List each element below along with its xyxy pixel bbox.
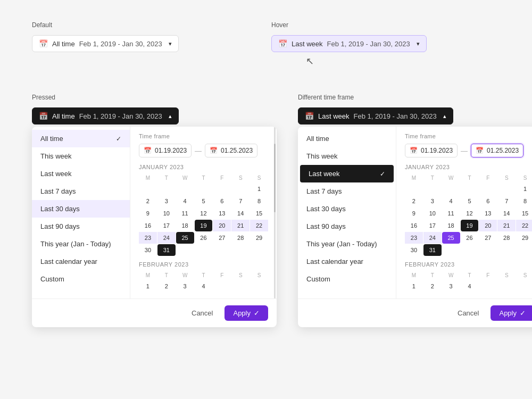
cal-day-30[interactable]: 30 <box>139 244 157 256</box>
cancel-button[interactable]: Cancel <box>186 306 218 320</box>
diff-list-item-custom[interactable]: Custom <box>298 270 396 288</box>
cal-day-12[interactable]: 12 <box>195 207 213 219</box>
start-date-input[interactable]: 📅 01.19.2023 <box>139 144 192 157</box>
diff-cal-day-28[interactable]: 28 <box>497 232 516 244</box>
cal-day-16[interactable]: 16 <box>139 220 157 231</box>
diff-cal-day-29[interactable]: 29 <box>516 232 532 244</box>
diff-picker-button[interactable]: 📅 Last week Feb 1, 2019 - Jan 30, 2023 ▴ <box>298 107 453 124</box>
diff-cal-day-11[interactable]: 11 <box>442 207 460 219</box>
list-item-last-week[interactable]: Last week <box>32 165 130 182</box>
cal-day-26[interactable]: 26 <box>195 232 213 244</box>
cal-day-8[interactable]: 8 <box>250 195 268 207</box>
cal-day-4[interactable]: 4 <box>176 195 194 207</box>
diff-cal-day-15[interactable]: 15 <box>516 207 532 219</box>
diff-cal-day-5[interactable]: 5 <box>461 195 479 207</box>
cal-day-6[interactable]: 6 <box>213 195 231 207</box>
diff-cal-day-9[interactable]: 9 <box>405 207 423 219</box>
diff-feb-day-2[interactable]: 2 <box>423 280 442 292</box>
cal-day-2[interactable]: 2 <box>139 195 157 207</box>
diff-list-item-last-90-days[interactable]: Last 90 days <box>298 218 396 235</box>
list-item-last-cal-year[interactable]: Last calendar year <box>32 253 130 270</box>
cal-day-24[interactable]: 24 <box>157 232 176 244</box>
diff-list-item-last-week[interactable]: Last week ✓ <box>300 165 394 182</box>
diff-cal-day-20[interactable]: 20 <box>479 220 497 231</box>
cal-day-31[interactable]: 31 <box>157 244 176 256</box>
cal-day-27[interactable]: 27 <box>213 232 231 244</box>
list-item-last-30-days[interactable]: Last 30 days <box>32 200 130 218</box>
diff-cal-day-22[interactable]: 22 <box>516 220 532 231</box>
list-item-custom[interactable]: Custom <box>32 270 130 288</box>
cal-day-7[interactable]: 7 <box>231 195 250 207</box>
diff-list-item-last-30-days[interactable]: Last 30 days <box>298 200 396 218</box>
diff-cal-day-4[interactable]: 4 <box>442 195 460 207</box>
diff-feb-day-1[interactable]: 1 <box>405 280 423 292</box>
diff-cal-day-14[interactable]: 14 <box>497 207 516 219</box>
diff-cal-day-31[interactable]: 31 <box>423 244 442 256</box>
cal-day-17[interactable]: 17 <box>157 220 176 231</box>
cal-day-11[interactable]: 11 <box>176 207 194 219</box>
list-item-this-year[interactable]: This year (Jan - Today) <box>32 235 130 253</box>
diff-cancel-button[interactable]: Cancel <box>452 306 484 320</box>
cal-day-3[interactable]: 3 <box>157 195 176 207</box>
list-item-this-week[interactable]: This week <box>32 147 130 165</box>
diff-cal-day-25[interactable]: 25 <box>442 232 460 244</box>
diff-feb-day-3[interactable]: 3 <box>442 280 460 292</box>
cal-day-5[interactable]: 5 <box>195 195 213 207</box>
diff-list-item-this-week[interactable]: This week <box>298 147 396 165</box>
hover-picker-button[interactable]: 📅 Last week Feb 1, 2019 - Jan 30, 2023 ▾ <box>271 35 427 52</box>
diff-cal-day-13[interactable]: 13 <box>479 207 497 219</box>
feb-day-1[interactable]: 1 <box>139 280 157 292</box>
cal-day-15[interactable]: 15 <box>250 207 268 219</box>
diff-cal-day-10[interactable]: 10 <box>423 207 442 219</box>
cal-day-14[interactable]: 14 <box>231 207 250 219</box>
cal-day-18[interactable]: 18 <box>176 220 194 231</box>
cal-day-10[interactable]: 10 <box>157 207 176 219</box>
pressed-picker-button[interactable]: 📅 All time Feb 1, 2019 - Jan 30, 2023 ▴ <box>32 107 179 124</box>
diff-cal-day-1[interactable]: 1 <box>516 183 532 195</box>
cal-day-9[interactable]: 9 <box>139 207 157 219</box>
cal-day-23[interactable]: 23 <box>139 232 157 244</box>
diff-cal-day-27[interactable]: 27 <box>479 232 497 244</box>
cal-day-1[interactable]: 1 <box>250 183 268 195</box>
feb-day-4[interactable]: 4 <box>195 280 213 292</box>
diff-cal-day-17[interactable]: 17 <box>423 220 442 231</box>
diff-cal-day-8[interactable]: 8 <box>516 195 532 207</box>
cal-day-21[interactable]: 21 <box>231 220 250 231</box>
list-item-all-time[interactable]: All time ✓ <box>32 130 130 147</box>
diff-list-item-this-year[interactable]: This year (Jan - Today) <box>298 235 396 253</box>
diff-start-date-input[interactable]: 📅 01.19.2023 <box>405 144 458 157</box>
cal-day-22[interactable]: 22 <box>250 220 268 231</box>
list-item-last-90-days[interactable]: Last 90 days <box>32 218 130 235</box>
diff-cal-day-21[interactable]: 21 <box>497 220 516 231</box>
diff-cal-day-7[interactable]: 7 <box>497 195 516 207</box>
apply-button[interactable]: Apply ✓ <box>225 305 268 321</box>
diff-cal-day-2[interactable]: 2 <box>405 195 423 207</box>
end-date-input[interactable]: 📅 01.25.2023 <box>205 144 257 157</box>
diff-cal-day-26[interactable]: 26 <box>461 232 479 244</box>
list-item-last-7-days[interactable]: Last 7 days <box>32 182 130 200</box>
diff-feb-day-4[interactable]: 4 <box>461 280 479 292</box>
diff-apply-button[interactable]: Apply ✓ <box>491 305 532 321</box>
diff-cal-day-18[interactable]: 18 <box>442 220 460 231</box>
diff-list-item-last-7-days[interactable]: Last 7 days <box>298 182 396 200</box>
diff-cal-day-19[interactable]: 19 <box>461 220 479 231</box>
diff-cal-day-23[interactable]: 23 <box>405 232 423 244</box>
cal-day-25[interactable]: 25 <box>176 232 194 244</box>
feb-day-3[interactable]: 3 <box>176 280 194 292</box>
diff-end-date-input[interactable]: 📅 01.25.2023 <box>471 144 523 157</box>
diff-cal-day-24[interactable]: 24 <box>423 232 442 244</box>
cal-day-20[interactable]: 20 <box>213 220 231 231</box>
cal-day-29[interactable]: 29 <box>250 232 268 244</box>
diff-list-item-all-time[interactable]: All time <box>298 130 396 147</box>
feb-day-2[interactable]: 2 <box>157 280 176 292</box>
diff-cal-day-6[interactable]: 6 <box>479 195 497 207</box>
diff-list-item-last-cal-year[interactable]: Last calendar year <box>298 253 396 270</box>
cal-day-13[interactable]: 13 <box>213 207 231 219</box>
cal-day-28[interactable]: 28 <box>231 232 250 244</box>
default-picker-button[interactable]: 📅 All time Feb 1, 2019 - Jan 30, 2023 ▾ <box>32 35 179 52</box>
diff-cal-day-12[interactable]: 12 <box>461 207 479 219</box>
diff-cal-day-30[interactable]: 30 <box>405 244 423 256</box>
diff-cal-day-16[interactable]: 16 <box>405 220 423 231</box>
cal-day-19[interactable]: 19 <box>195 220 213 231</box>
diff-cal-day-3[interactable]: 3 <box>423 195 442 207</box>
